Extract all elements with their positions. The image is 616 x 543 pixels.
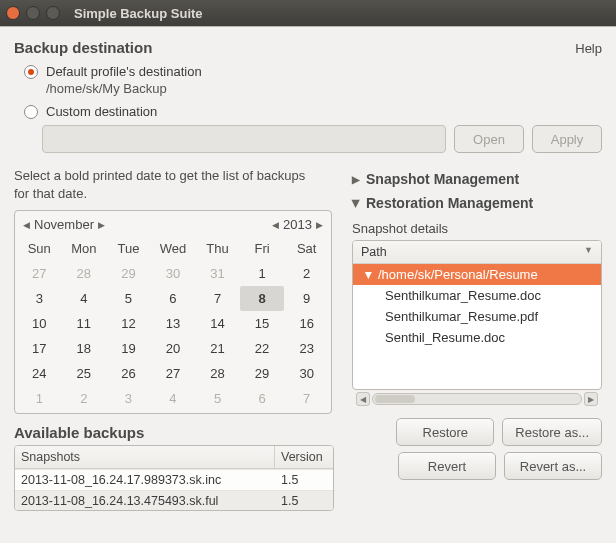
tree-root-row[interactable]: ▶ /home/sk/Personal/Resume	[353, 264, 601, 285]
scroll-track[interactable]	[372, 393, 582, 405]
calendar-day[interactable]: 29	[240, 361, 285, 386]
col-version[interactable]: Version	[275, 446, 333, 468]
calendar-day[interactable]: 13	[151, 311, 196, 336]
year-label[interactable]: 2013	[283, 217, 312, 232]
available-backups-title: Available backups	[14, 424, 334, 441]
calendar-day[interactable]: 5	[106, 286, 151, 311]
tree-file-row[interactable]: Senthilkumar_Resume.doc	[353, 285, 601, 306]
expander-label: Restoration Management	[366, 195, 533, 211]
calendar-day[interactable]: 3	[17, 286, 62, 311]
calendar-day[interactable]: 22	[240, 336, 285, 361]
prev-month-icon[interactable]: ◀	[23, 220, 30, 230]
calendar-day[interactable]: 12	[106, 311, 151, 336]
page-title: Backup destination	[14, 39, 152, 56]
radio-custom-destination[interactable]: Custom destination	[24, 104, 602, 119]
calendar-day: 3	[106, 386, 151, 411]
col-snapshots[interactable]: Snapshots	[15, 446, 275, 468]
restore-button[interactable]: Restore	[396, 418, 494, 446]
calendar-day[interactable]: 11	[62, 311, 107, 336]
month-label[interactable]: November	[34, 217, 94, 232]
snapshot-version: 1.5	[275, 491, 333, 511]
titlebar: Simple Backup Suite	[0, 0, 616, 26]
calendar-day[interactable]: 27	[151, 361, 196, 386]
calendar-day[interactable]: 18	[62, 336, 107, 361]
expander-label: Snapshot Management	[366, 171, 519, 187]
calendar-day[interactable]: 19	[106, 336, 151, 361]
dropdown-icon[interactable]: ▼	[584, 245, 593, 259]
open-button: Open	[454, 125, 524, 153]
prev-year-icon[interactable]: ◀	[272, 220, 279, 230]
calendar-day[interactable]: 6	[151, 286, 196, 311]
calendar-day[interactable]: 4	[62, 286, 107, 311]
radio-icon	[24, 65, 38, 79]
calendar-day[interactable]: 15	[240, 311, 285, 336]
calendar-day: 31	[195, 261, 240, 286]
calendar-day[interactable]: 2	[284, 261, 329, 286]
window-close-icon[interactable]	[6, 6, 20, 20]
custom-destination-input[interactable]	[42, 125, 446, 153]
calendar-day[interactable]: 8	[240, 286, 285, 311]
calendar-day[interactable]: 7	[195, 286, 240, 311]
weekday-header: Sat	[284, 236, 329, 261]
chevron-right-icon: ▶	[352, 174, 360, 185]
calendar-day[interactable]: 28	[195, 361, 240, 386]
calendar-day[interactable]: 14	[195, 311, 240, 336]
next-month-icon[interactable]: ▶	[98, 220, 105, 230]
calendar-day[interactable]: 26	[106, 361, 151, 386]
window-body: Backup destination Help Default profile'…	[0, 26, 616, 543]
tree-file-row[interactable]: Senthil_Resume.doc	[353, 327, 601, 348]
calendar-day: 6	[240, 386, 285, 411]
scroll-right-icon[interactable]: ▶	[584, 392, 598, 406]
snapshot-name: 2013-11-08_16.24.13.475493.sk.ful	[15, 491, 275, 511]
calendar-day: 1	[17, 386, 62, 411]
calendar-day: 5	[195, 386, 240, 411]
radio-label: Default profile's destination	[46, 64, 202, 79]
restore-as-button[interactable]: Restore as...	[502, 418, 602, 446]
snapshot-details-label: Snapshot details	[352, 221, 602, 236]
table-row[interactable]: 2013-11-08_16.24.13.475493.sk.ful1.5	[15, 490, 333, 511]
chevron-down-icon: ▶	[351, 199, 362, 207]
radio-default-destination[interactable]: Default profile's destination	[24, 64, 602, 79]
snapshot-tree: Path ▼ ▶ /home/sk/Personal/Resume Senthi…	[352, 240, 602, 390]
window-minimize-icon[interactable]	[26, 6, 40, 20]
calendar-day[interactable]: 10	[17, 311, 62, 336]
weekday-header: Tue	[106, 236, 151, 261]
help-link[interactable]: Help	[575, 41, 602, 56]
expander-restoration-management[interactable]: ▶ Restoration Management	[352, 191, 602, 215]
scroll-left-icon[interactable]: ◀	[356, 392, 370, 406]
snapshot-name: 2013-11-08_16.24.17.989373.sk.inc	[15, 470, 275, 490]
horizontal-scrollbar[interactable]: ◀ ▶	[352, 390, 602, 408]
calendar-day[interactable]: 30	[284, 361, 329, 386]
calendar-day[interactable]: 24	[17, 361, 62, 386]
calendar: ◀ November ▶ ◀ 2013 ▶ SunMonTueWedThuFri…	[14, 210, 332, 414]
calendar-day[interactable]: 9	[284, 286, 329, 311]
calendar-day[interactable]: 16	[284, 311, 329, 336]
window-maximize-icon[interactable]	[46, 6, 60, 20]
tree-root-path: /home/sk/Personal/Resume	[378, 267, 538, 282]
calendar-day[interactable]: 17	[17, 336, 62, 361]
calendar-day: 29	[106, 261, 151, 286]
calendar-day[interactable]: 21	[195, 336, 240, 361]
calendar-day: 30	[151, 261, 196, 286]
calendar-day[interactable]: 25	[62, 361, 107, 386]
chevron-down-icon: ▶	[364, 271, 374, 278]
calendar-day[interactable]: 1	[240, 261, 285, 286]
revert-as-button[interactable]: Revert as...	[504, 452, 602, 480]
weekday-header: Thu	[195, 236, 240, 261]
calendar-day: 4	[151, 386, 196, 411]
revert-button[interactable]: Revert	[398, 452, 496, 480]
weekday-header: Mon	[62, 236, 107, 261]
next-year-icon[interactable]: ▶	[316, 220, 323, 230]
calendar-day: 7	[284, 386, 329, 411]
expander-snapshot-management[interactable]: ▶ Snapshot Management	[352, 167, 602, 191]
calendar-day: 27	[17, 261, 62, 286]
radio-label: Custom destination	[46, 104, 157, 119]
tree-file-row[interactable]: Senthilkumar_Resume.pdf	[353, 306, 601, 327]
hint-text: Select a bold printed date to get the li…	[14, 167, 314, 202]
scroll-thumb[interactable]	[375, 395, 415, 403]
table-row[interactable]: 2013-11-08_16.24.17.989373.sk.inc1.5	[15, 469, 333, 490]
calendar-day[interactable]: 20	[151, 336, 196, 361]
calendar-day[interactable]: 23	[284, 336, 329, 361]
available-backups-list: Snapshots Version 2013-11-08_16.24.17.98…	[14, 445, 334, 511]
col-path[interactable]: Path	[361, 245, 387, 259]
